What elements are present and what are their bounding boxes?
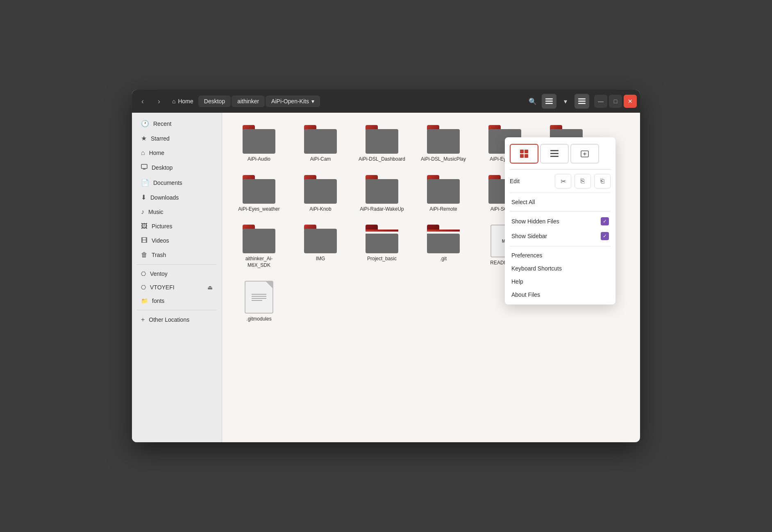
file-name: AiPi-DSL_Dashboard — [359, 156, 405, 163]
content-area: 🕐 Recent ★ Starred ⌂ Home Desktop — [132, 113, 640, 442]
sidebar-item-fonts[interactable]: 📁 fonts — [134, 294, 219, 307]
documents-icon: 📄 — [141, 179, 149, 186]
sidebar-item-music[interactable]: ♪ Music — [134, 205, 219, 219]
file-item-aipi-remote[interactable]: AiPi-Remote — [415, 171, 472, 217]
file-item-gitmodules[interactable]: .gitmodules — [230, 277, 288, 327]
downloads-icon: ⬇ — [141, 193, 146, 201]
starred-icon: ★ — [141, 134, 147, 142]
files-window: ‹ › ⌂ Home Desktop aithinker AiPi-Open-K… — [132, 90, 640, 442]
show-sidebar-item[interactable]: Show Sidebar ✓ — [505, 229, 615, 243]
music-icon: ♪ — [141, 208, 144, 216]
svg-rect-7 — [143, 169, 145, 170]
view-dropdown-button[interactable]: ▾ — [558, 94, 573, 109]
folder-icon — [427, 125, 460, 154]
cut-button[interactable]: ✂ — [555, 174, 571, 189]
copy-button[interactable]: ⎘ — [574, 174, 591, 189]
keyboard-shortcuts-item[interactable]: Keyboard Shortcuts — [505, 262, 615, 275]
file-item-project-basic[interactable]: Project_basic — [353, 221, 411, 273]
file-name: AiPi-DSL_MusicPlay — [421, 156, 466, 163]
edit-row: Edit ✂ ⎘ ⎗ — [505, 172, 615, 190]
folder-icon — [243, 225, 275, 253]
svg-rect-12 — [550, 150, 559, 151]
list-view-button-menu[interactable] — [540, 144, 569, 164]
sidebar-item-desktop[interactable]: Desktop — [134, 160, 219, 175]
help-item[interactable]: Help — [505, 275, 615, 288]
titlebar: ‹ › ⌂ Home Desktop aithinker AiPi-Open-K… — [132, 90, 640, 113]
sidebar-item-trash[interactable]: 🗑 Trash — [134, 248, 219, 262]
list-view-button[interactable] — [542, 94, 556, 109]
new-tab-button[interactable] — [570, 144, 599, 164]
preferences-item[interactable]: Preferences — [505, 249, 615, 262]
file-item-aipi-eyes-weather[interactable]: AiPi-Eyes_weather — [230, 171, 288, 217]
titlebar-actions: 🔍 ▾ — [525, 94, 589, 109]
svg-rect-3 — [578, 98, 586, 100]
file-name: AiPi-Cam — [310, 156, 331, 163]
dropdown-arrow-icon: ▾ — [311, 98, 314, 105]
file-item-aipi-dsl-dashboard[interactable]: AiPi-DSL_Dashboard — [353, 121, 411, 167]
sidebar-item-videos[interactable]: 🎞 Videos — [134, 234, 219, 248]
view-buttons-row — [505, 141, 615, 167]
file-name: AiPi-Audio — [247, 156, 270, 163]
sidebar-item-documents[interactable]: 📄 Documents — [134, 175, 219, 190]
file-item-aipi-cam[interactable]: AiPi-Cam — [292, 121, 349, 167]
folder-icon — [304, 125, 337, 154]
maximize-button[interactable]: □ — [609, 95, 622, 108]
forward-button[interactable]: › — [152, 94, 166, 109]
paste-button[interactable]: ⎗ — [594, 174, 611, 189]
file-name: .git — [440, 256, 447, 262]
videos-icon: 🎞 — [141, 237, 148, 244]
breadcrumb-aithinker[interactable]: aithinker — [232, 95, 265, 107]
breadcrumb-home[interactable]: ⌂ Home — [168, 95, 198, 107]
file-item-img[interactable]: IMG — [292, 221, 349, 273]
show-hidden-files-item[interactable]: Show Hidden Files ✓ — [505, 214, 615, 229]
minimize-button[interactable]: — — [594, 95, 607, 108]
ventoy-icon: ⎔ — [141, 271, 146, 277]
file-name: .gitmodules — [246, 316, 271, 323]
sidebar-item-other-locations[interactable]: + Other Locations — [134, 313, 219, 327]
file-item-aipi-dsl-musicplay[interactable]: AiPi-DSL_MusicPlay — [415, 121, 472, 167]
file-item-aipi-radar[interactable]: AiPi-Radar-WakeUp — [353, 171, 411, 217]
edit-label: Edit — [510, 178, 552, 184]
sidebar-item-starred[interactable]: ★ Starred — [134, 131, 219, 146]
file-item-aithinker-sdk[interactable]: aithinker_Ai-M6X_SDK — [230, 221, 288, 273]
folder-icon — [304, 175, 337, 204]
sidebar-item-home[interactable]: ⌂ Home — [134, 146, 219, 160]
file-name: aithinker_Ai-M6X_SDK — [234, 256, 284, 268]
sidebar-item-pictures[interactable]: 🖼 Pictures — [134, 219, 219, 233]
svg-rect-0 — [545, 98, 553, 100]
about-files-item[interactable]: About Files — [505, 288, 615, 301]
file-name: IMG — [316, 256, 325, 262]
select-all-item[interactable]: Select All — [505, 196, 615, 209]
other-locations-icon: + — [141, 316, 145, 323]
file-item-git[interactable]: .git — [415, 221, 472, 273]
eject-icon[interactable]: ⏏ — [207, 284, 213, 291]
file-item-aipi-knob[interactable]: AiPi-Knob — [292, 171, 349, 217]
file-icon-gitmodules — [245, 281, 273, 314]
svg-rect-6 — [141, 164, 147, 168]
svg-rect-5 — [578, 103, 586, 104]
desktop-icon — [141, 164, 148, 172]
fonts-icon: 📁 — [141, 298, 148, 304]
dropdown-sep-3 — [510, 211, 611, 211]
menu-button[interactable] — [574, 94, 589, 109]
breadcrumb-desktop[interactable]: Desktop — [198, 95, 231, 107]
sidebar-item-vtoyefi[interactable]: ⎔ VTOYEFI ⏏ — [134, 281, 219, 294]
folder-icon — [427, 225, 460, 253]
folder-icon — [366, 175, 398, 204]
sidebar-item-ventoy[interactable]: ⎔ Ventoy — [134, 267, 219, 280]
sidebar-item-downloads[interactable]: ⬇ Downloads — [134, 190, 219, 205]
breadcrumb-aipi[interactable]: AiPi-Open-Kits ▾ — [266, 95, 320, 107]
close-button[interactable]: ✕ — [624, 95, 637, 108]
dropdown-sep-1 — [510, 169, 611, 170]
back-button[interactable]: ‹ — [135, 94, 150, 109]
sidebar-item-recent[interactable]: 🕐 Recent — [134, 116, 219, 131]
grid-view-button[interactable] — [510, 144, 538, 164]
file-item-aipi-audio[interactable]: AiPi-Audio — [230, 121, 288, 167]
folder-icon — [243, 175, 275, 204]
svg-rect-10 — [520, 154, 524, 158]
sidebar: 🕐 Recent ★ Starred ⌂ Home Desktop — [132, 113, 222, 442]
home-icon: ⌂ — [172, 98, 175, 105]
folder-icon — [427, 175, 460, 204]
file-name: AiPi-Eyes_weather — [238, 206, 279, 213]
search-button[interactable]: 🔍 — [525, 94, 540, 109]
